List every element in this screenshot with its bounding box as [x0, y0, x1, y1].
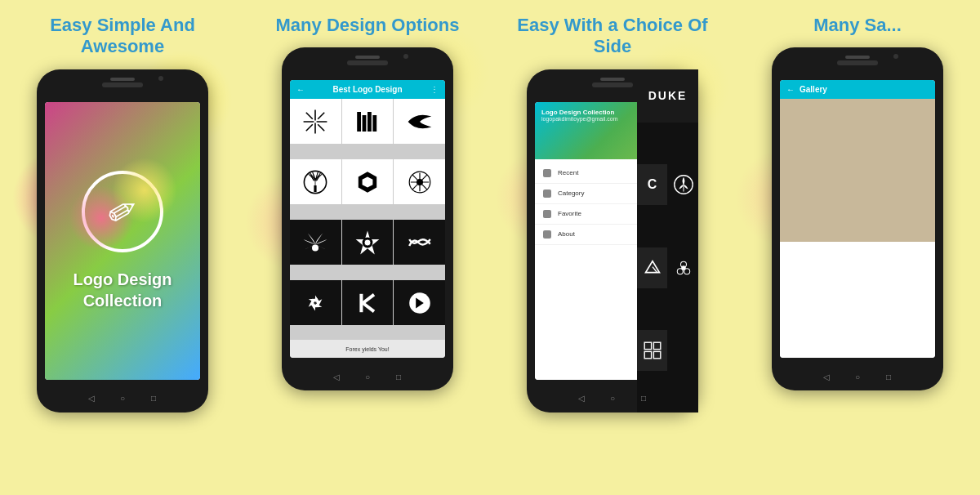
logo-cell-3[interactable]: [394, 99, 445, 144]
phone-screen-4: ← Gallery: [780, 80, 935, 358]
recents-btn-2[interactable]: □: [391, 369, 406, 384]
home-btn-1[interactable]: ○: [115, 391, 130, 406]
gallery-back-icon[interactable]: ←: [786, 85, 795, 94]
section-2: Many Design Options ← Best Logo Design ⋮: [245, 0, 490, 495]
logo-hex-icon: [354, 169, 381, 195]
toolbar-menu-2[interactable]: ⋮: [430, 85, 439, 94]
logo-wing-icon: [407, 109, 433, 135]
svg-line-28: [363, 303, 374, 311]
svg-line-5: [318, 124, 325, 131]
phone-speaker-4: [845, 56, 870, 59]
svg-point-37: [681, 265, 686, 270]
phone-screen-1: ✏ Logo Design Collection: [45, 102, 200, 380]
svg-rect-40: [644, 352, 651, 359]
phone-1: ✏ Logo Design Collection ◁ ○ □: [37, 69, 208, 412]
logo-palm-icon: [302, 169, 328, 195]
favorite-icon: [543, 210, 551, 218]
svg-rect-11: [372, 115, 376, 132]
phone-4: ← Gallery ◁ ○ □: [772, 47, 943, 390]
section-3: Easy With a Choice Of Side Logo Design C…: [490, 0, 735, 495]
sidemenu-screen: Logo Design Collection logopakdimitoype@…: [535, 102, 690, 380]
logo-cell-9[interactable]: [394, 220, 445, 265]
logo-cell-5[interactable]: [342, 159, 394, 204]
category-icon: [543, 190, 551, 198]
back-btn-4[interactable]: ◁: [819, 369, 834, 384]
logo-cell-8[interactable]: [342, 220, 394, 265]
back-btn-2[interactable]: ◁: [329, 369, 344, 384]
wheat-logo-cell: [668, 164, 690, 205]
logo-bars-icon: [354, 109, 381, 135]
gallery-title: Gallery: [800, 85, 827, 94]
phone-speaker-1: [110, 78, 135, 81]
logo-sunburst-icon: [302, 109, 328, 135]
right-logo-panel: DUKE C: [637, 102, 690, 380]
section-1: Easy Simple And Awesome ✏ Logo Design Co…: [0, 0, 245, 495]
phone-nav-3: ◁ ○ □: [527, 391, 698, 406]
logo-cell-6[interactable]: [394, 159, 445, 204]
flower-logo-cell: [668, 247, 690, 288]
back-btn-1[interactable]: ◁: [84, 391, 99, 406]
svg-line-4: [306, 113, 313, 119]
gallery-screen: ← Gallery: [780, 80, 935, 358]
ad-text: Forex yields You!: [345, 346, 389, 352]
logo-cell-2[interactable]: [342, 99, 394, 144]
flower-logo-icon: [672, 256, 691, 279]
app-toolbar-2: ← Best Logo Design ⋮: [290, 80, 445, 99]
toolbar-back-2[interactable]: ←: [296, 85, 305, 94]
phone-3: Logo Design Collection logopakdimitoype@…: [527, 69, 698, 412]
logo-cell-4[interactable]: [290, 159, 341, 204]
phone-nav-1: ◁ ○ □: [37, 391, 208, 406]
home-btn-4[interactable]: ○: [850, 369, 865, 384]
toolbar-title-2: Best Logo Design: [332, 85, 402, 94]
phone-nav-4: ◁ ○ □: [772, 369, 943, 384]
svg-point-25: [364, 239, 371, 246]
phone-speaker-3: [600, 78, 625, 81]
phone-speaker-2: [355, 56, 380, 59]
logo-peacock-icon: [302, 230, 328, 256]
recents-btn-3[interactable]: □: [636, 391, 651, 406]
svg-rect-13: [314, 185, 317, 192]
svg-rect-41: [653, 352, 660, 359]
logo-cell-11[interactable]: [342, 280, 394, 325]
phone-camera-1: [158, 76, 163, 81]
svg-rect-8: [357, 112, 361, 132]
menu-item-recent-label: Recent: [558, 169, 578, 176]
recent-icon: [543, 169, 551, 177]
phone-nav-2: ◁ ○ □: [282, 369, 453, 384]
menu-item-category-label: Category: [558, 190, 584, 197]
logo-cell-12[interactable]: [394, 280, 445, 325]
recents-btn-4[interactable]: □: [881, 369, 896, 384]
c-logo-cell: C: [637, 164, 667, 205]
duke-text: DUKE: [648, 102, 688, 103]
phone-screen-3: Logo Design Collection logopakdimitoype@…: [535, 102, 690, 380]
logo-cell-7[interactable]: [290, 220, 341, 265]
back-btn-3[interactable]: ◁: [574, 391, 589, 406]
section4-title: Many Sa...: [805, 15, 910, 36]
logo-wave-icon: [407, 230, 433, 256]
logo-snowflake-icon: [407, 169, 433, 195]
logo-cell-10[interactable]: [290, 280, 341, 325]
logo-cell-1[interactable]: [290, 99, 341, 144]
phone-2: ← Best Logo Design ⋮: [282, 47, 453, 390]
logo-grid: [290, 99, 445, 340]
duke-cell: DUKE: [637, 102, 690, 123]
svg-line-7: [306, 124, 313, 131]
svg-rect-39: [653, 342, 660, 349]
svg-point-30: [674, 176, 690, 194]
home-btn-3[interactable]: ○: [605, 391, 620, 406]
boxes-logo-cell: [637, 330, 667, 371]
logo-badge-icon: [354, 230, 381, 256]
svg-line-6: [318, 113, 325, 119]
phone-camera-4: [893, 54, 898, 59]
gallery-toolbar: ← Gallery: [780, 80, 935, 99]
svg-point-21: [416, 179, 423, 185]
about-icon: [543, 230, 551, 239]
svg-rect-9: [363, 115, 367, 132]
section1-title: Easy Simple And Awesome: [0, 15, 245, 58]
gallery-image-area: [780, 99, 935, 241]
home-btn-2[interactable]: ○: [360, 369, 375, 384]
recents-btn-1[interactable]: □: [146, 391, 161, 406]
svg-line-27: [363, 294, 374, 302]
app-title: Logo Design Collection: [45, 269, 200, 311]
section-4: Many Sa... ← Gallery ◁ ○ □: [735, 0, 980, 495]
